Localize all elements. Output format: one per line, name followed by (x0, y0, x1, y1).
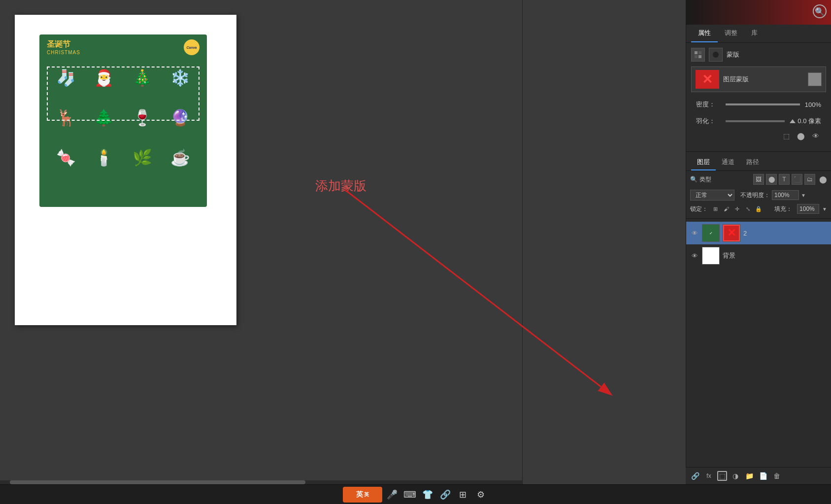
selection-box (47, 67, 199, 121)
taskbar-mic-icon[interactable]: 🎤 (384, 487, 400, 503)
density-value: 100% (805, 101, 821, 108)
opacity-label: 不透明度： (740, 191, 770, 200)
svg-rect-5 (698, 55, 701, 58)
layer-delete-btn[interactable]: 🗑 (771, 470, 782, 481)
icon-candy: 🍬 (51, 141, 81, 173)
filter-bar: 🔍 类型 🖼 ⬤ T ⬛ 🗂 ⬤ (686, 171, 831, 188)
input-s-label: 英 (364, 491, 369, 498)
mask-icon-btn-2[interactable] (709, 48, 723, 62)
icon-mug: ☕ (166, 141, 195, 173)
mask-header: 蒙版 (691, 48, 826, 62)
layer-new-btn[interactable]: 📄 (758, 470, 768, 481)
invert-icon[interactable]: ⬤ (796, 131, 806, 141)
layers-tabs: 图层 通道 路径 (686, 155, 831, 171)
lock-brush-icon[interactable]: 🖌 (722, 204, 731, 213)
lock-transform-icon[interactable]: ⤡ (743, 204, 752, 213)
taskbar-grid-icon[interactable]: ⊞ (455, 487, 471, 503)
eye-icon[interactable]: 👁 (810, 131, 821, 141)
input-method-btn[interactable]: 英 英 (343, 487, 382, 503)
tab-properties[interactable]: 属性 (691, 25, 718, 42)
filter-shape-icon[interactable]: ⬛ (792, 174, 802, 185)
density-slider[interactable] (726, 103, 800, 105)
svg-point-6 (713, 52, 719, 58)
layer-adjustment-btn[interactable]: ◑ (730, 470, 741, 481)
lock-icons: ⊞ 🖌 ✛ ⤡ 🔒 (711, 204, 763, 213)
layer-item-background[interactable]: 👁 背景 (686, 244, 831, 267)
filter-smart-icon[interactable]: 🗂 (804, 174, 815, 185)
tab-layers[interactable]: 图层 (691, 155, 716, 170)
white-canvas: 圣诞节 CHRISTMAS Canva 🧦 🎅 🎄 ❄️ 🦌 🌲 (15, 15, 236, 325)
filter-text-icon[interactable]: T (779, 174, 790, 185)
layer-mask-row: ✕ 图层蒙版 (691, 67, 826, 92)
layer-item-2[interactable]: 👁 ✓ ✕ 2 (686, 222, 831, 244)
filter-search-icon: 🔍 (690, 176, 698, 183)
top-thumbnail (686, 0, 831, 25)
layer-bg-name: 背景 (723, 251, 735, 260)
taskbar-settings-icon[interactable]: ⚙ (473, 487, 489, 503)
density-label: 密度： (696, 100, 721, 109)
icons-row-3: 🍬 🕯️ 🌿 ☕ (39, 137, 207, 177)
filter-image-icon[interactable]: 🖼 (753, 174, 764, 185)
christmas-card: 圣诞节 CHRISTMAS Canva 🧦 🎅 🎄 ❄️ 🦌 🌲 (39, 34, 207, 207)
horizontal-scrollbar[interactable] (0, 480, 522, 484)
filter-dot-icon[interactable]: ⬤ (819, 175, 827, 183)
card-title-block: 圣诞节 CHRISTMAS (47, 39, 80, 55)
input-method-label: 英 (356, 490, 363, 499)
card-title-en: CHRISTMAS (47, 50, 80, 55)
layer-group-btn[interactable]: 📁 (744, 470, 755, 481)
blend-mode-select[interactable]: 正常 (690, 190, 734, 201)
tab-library[interactable]: 库 (744, 25, 765, 42)
layer-bg-thumbnail (702, 247, 720, 265)
mask-ops-row: ⬚ ⬤ 👁 (691, 129, 826, 143)
card-title-zh: 圣诞节 (47, 39, 80, 50)
density-row: 密度： 100% (691, 97, 826, 112)
layer-mask-add-btn[interactable]: ⬚ (717, 471, 727, 481)
feather-row: 羽化： 0.0 像素 (691, 114, 826, 129)
mask-x-icon: ✕ (702, 73, 713, 86)
fill-chevron-icon: ▼ (822, 206, 827, 212)
layer-fx-btn[interactable]: fx (703, 470, 714, 481)
lock-row: 锁定： ⊞ 🖌 ✛ ⤡ 🔒 填充： ▼ (686, 202, 831, 215)
layer-bottom-bar: 🔗 fx ⬚ ◑ 📁 📄 🗑 (686, 467, 831, 484)
divider-2 (686, 218, 831, 219)
card-header: 圣诞节 CHRISTMAS Canva (39, 34, 207, 58)
search-circle[interactable]: 🔍 (813, 4, 827, 18)
search-icon[interactable]: 🔍 (811, 2, 829, 20)
properties-tabs: 属性 调整 库 (686, 25, 831, 43)
blend-row: 正常 不透明度： ▼ (686, 188, 831, 202)
layer-2-mask-border (723, 225, 740, 241)
opacity-chevron-icon: ▼ (801, 193, 806, 198)
layer-link-btn[interactable]: 🔗 (690, 470, 700, 481)
lock-move-icon[interactable]: ✛ (732, 204, 741, 213)
fill-label: 填充： (774, 205, 792, 213)
tab-adjustments[interactable]: 调整 (718, 25, 744, 42)
opacity-input[interactable] (772, 190, 799, 200)
feather-slider[interactable] (726, 120, 785, 122)
lock-checkered-icon[interactable]: ⊞ (711, 204, 720, 213)
mask-preview-thumbnail: ✕ (696, 70, 719, 89)
layer-2-visibility-icon[interactable]: 👁 (690, 229, 699, 237)
canva-badge: Canva (184, 39, 199, 55)
lock-padlock-icon[interactable]: 🔒 (754, 204, 763, 213)
canva-text: Canva (186, 46, 197, 49)
icon-small-tree: 🌿 (128, 141, 157, 173)
taskbar-keyboard-icon[interactable]: ⌨ (402, 487, 418, 503)
taskbar-shirt-icon[interactable]: 👕 (420, 487, 435, 503)
taskbar-link-icon[interactable]: 🔗 (437, 487, 453, 503)
right-panel: 🔍 属性 调整 库 蒙版 ✕ 图层蒙版 密度： (686, 0, 831, 504)
add-mask-label: 添加蒙版 (315, 177, 366, 195)
properties-section: 蒙版 ✕ 图层蒙版 密度： 100% 羽化： 0.0 像素 ⬚ (686, 43, 831, 148)
icon-candle: 🕯️ (89, 141, 119, 173)
scrollbar-thumb[interactable] (10, 480, 305, 484)
tab-channels[interactable]: 通道 (716, 155, 740, 170)
taskbar: 英 英 🎤 ⌨ 👕 🔗 ⊞ ⚙ (0, 484, 831, 504)
tab-paths[interactable]: 路径 (740, 155, 765, 170)
mask-icon-btn-1[interactable] (691, 48, 705, 62)
canvas-area: 圣诞节 CHRISTMAS Canva 🧦 🎅 🎄 ❄️ 🦌 🌲 (0, 0, 522, 488)
filter-type-label: 类型 (699, 175, 711, 184)
selection-to-mask-icon[interactable]: ⬚ (781, 131, 792, 141)
feather-triangle-icon (790, 119, 796, 123)
fill-input[interactable] (797, 204, 819, 214)
layer-bg-visibility-icon[interactable]: 👁 (690, 251, 699, 260)
filter-circle-icon[interactable]: ⬤ (766, 174, 777, 185)
